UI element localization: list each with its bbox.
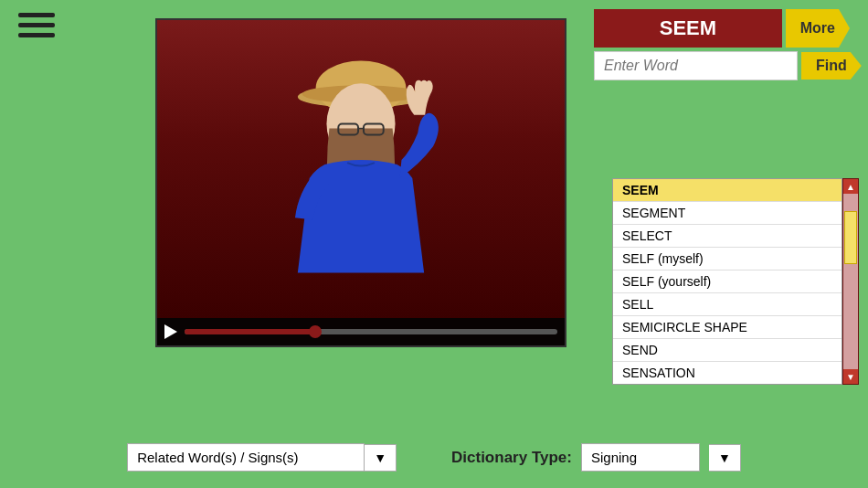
video-frame xyxy=(157,20,565,345)
search-panel: SEEM More Find xyxy=(594,9,850,80)
scrollbar-up-button[interactable]: ▲ xyxy=(843,179,858,194)
list-item[interactable]: SEMICIRCLE SHAPE xyxy=(613,316,842,339)
scrollbar-down-button[interactable]: ▼ xyxy=(843,369,858,384)
video-background xyxy=(157,20,565,318)
word-list: SEEMSEGMENTSELECTSELF (myself)SELF (your… xyxy=(612,178,842,385)
video-person xyxy=(157,20,565,318)
hamburger-line-1 xyxy=(18,13,55,17)
bottom-bar: Related Word(s) / Signs(s) ▼ Dictionary … xyxy=(0,443,868,472)
dictionary-type-group: Dictionary Type: SigningASLPSE ▼ xyxy=(451,443,741,472)
list-item[interactable]: SEGMENT xyxy=(613,202,842,225)
find-button[interactable]: Find xyxy=(801,52,862,80)
word-search-input[interactable] xyxy=(594,51,798,80)
dictionary-type-select[interactable]: SigningASLPSE xyxy=(581,443,700,472)
list-item[interactable]: SELF (myself) xyxy=(613,248,842,271)
word-list-scrollbar: ▲ ▼ xyxy=(842,178,859,385)
progress-thumb[interactable] xyxy=(309,325,322,338)
dictionary-type-dropdown-arrow[interactable]: ▼ xyxy=(709,444,741,472)
related-words-group: Related Word(s) / Signs(s) ▼ xyxy=(127,443,397,472)
list-item[interactable]: SELL xyxy=(613,293,842,316)
related-words-dropdown-arrow[interactable]: ▼ xyxy=(365,444,397,472)
video-player xyxy=(155,18,566,347)
scrollbar-thumb[interactable] xyxy=(844,211,857,264)
dictionary-type-label: Dictionary Type: xyxy=(451,449,572,467)
list-item[interactable]: SENSATION xyxy=(613,362,842,384)
related-words-select[interactable]: Related Word(s) / Signs(s) xyxy=(127,443,365,472)
list-item[interactable]: SELECT xyxy=(613,225,842,248)
search-top-row: SEEM More xyxy=(594,9,850,48)
hamburger-line-3 xyxy=(18,33,55,37)
progress-bar[interactable] xyxy=(185,329,557,334)
list-item[interactable]: SEND xyxy=(613,339,842,362)
hamburger-menu[interactable] xyxy=(18,13,55,37)
progress-fill xyxy=(185,329,315,334)
list-item[interactable]: SELF (yourself) xyxy=(613,271,842,293)
video-controls-bar xyxy=(157,318,565,345)
list-item[interactable]: SEEM xyxy=(613,179,842,202)
current-word-display: SEEM xyxy=(594,9,782,48)
hamburger-line-2 xyxy=(18,23,55,27)
more-button[interactable]: More xyxy=(786,9,850,48)
search-input-row: Find xyxy=(594,51,850,80)
scrollbar-track[interactable] xyxy=(843,194,858,369)
word-list-panel: SEEMSEGMENTSELECTSELF (myself)SELF (your… xyxy=(612,178,859,385)
play-button[interactable] xyxy=(164,324,177,339)
